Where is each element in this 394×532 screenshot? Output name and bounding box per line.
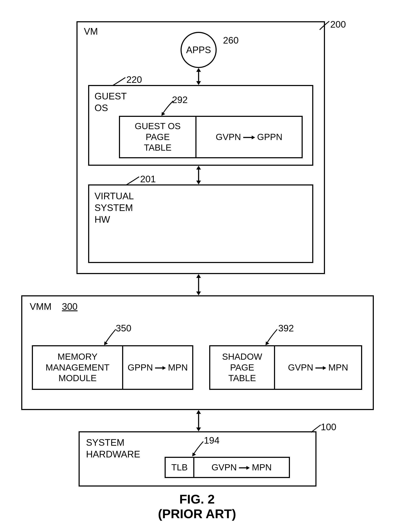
tlb-refnum: 194 (204, 435, 219, 446)
map-arrow-icon (243, 132, 255, 142)
tlb-table: TLB GVPN MPN (165, 457, 290, 478)
svg-marker-22 (246, 466, 250, 470)
tlb-left: TLB (166, 458, 193, 477)
spt-table: SHADOW PAGE TABLE GVPN MPN (209, 345, 362, 390)
figure-number: FIG. 2 (0, 492, 394, 506)
vm-ref-leader (320, 21, 332, 32)
vm-refnum: 200 (330, 19, 346, 30)
apps-circle: APPS (181, 32, 217, 68)
svg-marker-1 (196, 68, 201, 72)
vhw-ref-leader (126, 177, 141, 187)
guestos-label: GUEST OS (94, 90, 127, 114)
tlb-map-a: GVPN (212, 462, 237, 473)
guestos-ref-leader (113, 78, 127, 88)
svg-marker-10 (196, 274, 201, 278)
apps-label: APPS (186, 45, 211, 55)
spt-refnum: 392 (278, 323, 294, 334)
mmm-table: MEMORY MANAGEMENT MODULE GPPN MPN (32, 345, 193, 390)
map-arrow-icon (315, 362, 327, 373)
mmm-map-a: GPPN (128, 362, 153, 373)
guestos-pt-map-b: GPPN (257, 132, 282, 142)
spt-ref-leader (265, 329, 280, 347)
arrow-vmm-syshw (195, 410, 202, 431)
mmm-left: MEMORY MANAGEMENT MODULE (33, 346, 122, 389)
svg-marker-13 (162, 366, 166, 370)
vmm-label: VMM 300 (30, 301, 78, 312)
vhw-label: VIRTUAL SYSTEM HW (94, 190, 134, 225)
apps-refnum: 260 (223, 35, 238, 46)
spt-left: SHADOW PAGE TABLE (210, 346, 274, 389)
svg-marker-19 (196, 410, 201, 414)
syshw-label: SYSTEM HARDWARE (86, 437, 140, 460)
spt-right: GVPN MPN (274, 346, 361, 389)
figure-caption: FIG. 2 (PRIOR ART) (0, 492, 394, 521)
svg-marker-16 (323, 366, 326, 370)
guestos-pt-map-a: GVPN (216, 132, 241, 142)
vm-label: VM (84, 26, 98, 37)
mmm-right: GPPN MPN (122, 346, 192, 389)
svg-marker-7 (196, 166, 201, 170)
mmm-map-b: MPN (168, 362, 188, 373)
arrow-guestos-vhw (195, 166, 202, 184)
map-arrow-icon (238, 462, 250, 473)
vhw-refnum: 201 (140, 174, 156, 184)
spt-map-b: MPN (328, 362, 348, 373)
svg-marker-8 (196, 181, 201, 184)
map-arrow-icon (155, 362, 166, 373)
tlb-map-b: MPN (252, 462, 272, 473)
arrow-apps-guestos (195, 68, 202, 85)
mmm-ref-leader (104, 329, 119, 347)
tlb-ref-leader (192, 442, 206, 459)
svg-marker-4 (252, 136, 255, 139)
figure-prior-art: (PRIOR ART) (0, 506, 394, 521)
arrow-vm-vmm (195, 274, 202, 295)
guestos-refnum: 220 (126, 74, 142, 85)
guestos-pt-left: GUEST OS PAGE TABLE (120, 117, 195, 157)
tlb-right: GVPN MPN (193, 458, 289, 477)
syshw-ref-leader (311, 425, 323, 434)
syshw-refnum: 100 (321, 422, 336, 432)
spt-map-a: GVPN (288, 362, 313, 373)
svg-marker-2 (196, 81, 201, 85)
guestos-pt-ref-leader (161, 101, 176, 118)
guestos-pt-right: GVPN GPPN (195, 117, 302, 157)
svg-marker-20 (196, 428, 201, 431)
svg-marker-11 (196, 292, 201, 295)
vmm-refnum-inline: 300 (62, 301, 78, 312)
guestos-pagetable: GUEST OS PAGE TABLE GVPN GPPN (119, 116, 303, 158)
